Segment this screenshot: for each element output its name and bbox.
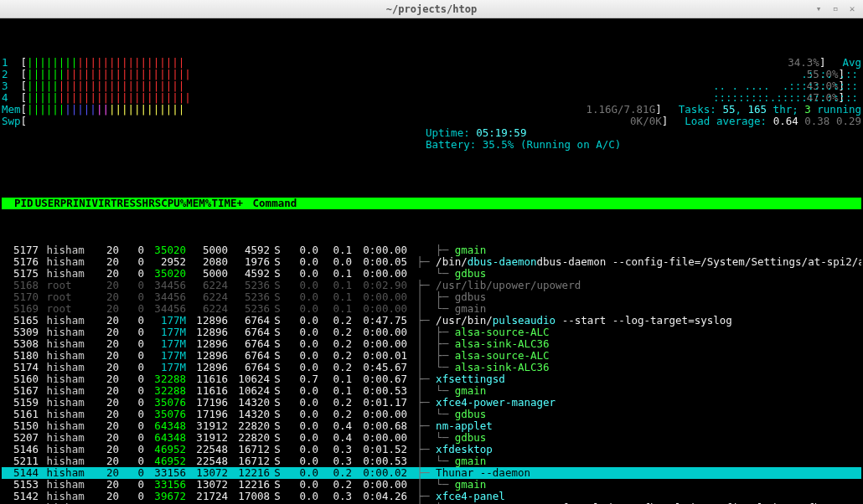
process-row[interactable]: 5142 hisham200396722172417008S0.00.30:04… xyxy=(2,491,861,502)
process-row[interactable]: 5167 hisham200322881161610624S0.00.10:00… xyxy=(2,385,861,397)
swap-meter: Swp[0K/0K]Load average: 0.64 0.38 0.29 xyxy=(2,116,861,127)
process-row[interactable]: 5160 hisham200322881161610624S0.70.10:00… xyxy=(2,373,861,385)
close-icon[interactable]: ✕ xyxy=(846,3,858,14)
process-row[interactable]: 5180 hisham200177M128966764S0.00.20:00.0… xyxy=(2,350,861,362)
process-row[interactable]: 5150 hisham200643483191222820S0.00.40:00… xyxy=(2,420,861,432)
terminal-window: ~/projects/htop ▾ ▫ ✕ 1 [|||||||||||||||… xyxy=(0,0,863,504)
process-row[interactable]: 5165 hisham200177M128966764S0.00.20:47.7… xyxy=(2,315,861,327)
battery-line: Battery: 35.5% (Running on A/C) xyxy=(2,139,861,151)
window-title: ~/projects/htop xyxy=(386,4,477,14)
process-row[interactable]: 5168 root2003445662245236S0.00.10:02.90 … xyxy=(2,280,861,291)
process-row[interactable]: 5176 hisham200295220801976S0.00.00:00.05… xyxy=(2,256,861,268)
process-row[interactable]: 5153 hisham200331561307212216S0.00.20:00… xyxy=(2,479,861,491)
activity-graph: .. . .... .::::::.:::: xyxy=(713,80,858,92)
maximize-icon[interactable]: ▫ xyxy=(829,3,841,14)
avg-label: Avg xyxy=(842,57,861,69)
process-row[interactable]: 5144 hisham200331561307212216S0.00.20:00… xyxy=(2,467,861,479)
cpu-meter-3: 3 [|||||||||||||||||||||||||43.0%].. . .… xyxy=(2,80,861,92)
process-row[interactable]: 5207 hisham200643483191222820S0.00.40:00… xyxy=(2,432,861,444)
process-row[interactable]: 5169 root2003445662245236S0.00.10:00.00 … xyxy=(2,303,861,315)
process-row[interactable]: 5177 hisham2003502050004592S0.00.10:00.0… xyxy=(2,244,861,256)
process-row[interactable]: 5170 root2003445662245236S0.00.10:00.00 … xyxy=(2,291,861,303)
activity-graph: .: :. .:: xyxy=(713,69,858,80)
process-row[interactable]: 5211 hisham200469522254816712S0.00.30:00… xyxy=(2,455,861,467)
process-row[interactable]: 5159 hisham200350761719614320S0.00.20:01… xyxy=(2,397,861,409)
activity-graph: :::::::::.::::::::::::: xyxy=(713,92,858,104)
cpu-meter-1: 1 [|||||||||||||||||||||||||34.3%]Avg xyxy=(2,57,861,69)
cpu-meter-4: 4 [||||||||||||||||||||||||||47.0%]:::::… xyxy=(2,92,861,104)
process-row[interactable]: 5175 hisham2003502050004592S0.00.10:00.0… xyxy=(2,268,861,280)
process-row[interactable]: 5308 hisham200177M128966764S0.00.20:00.0… xyxy=(2,338,861,350)
column-header[interactable]: PIDUSERPRINIVIRTRESSHRSCPU%MEM%TIME+ Com… xyxy=(2,198,861,209)
terminal-body: 1 [|||||||||||||||||||||||||34.3%]Avg 2 … xyxy=(0,18,863,504)
uptime-line: Uptime: 05:19:59 xyxy=(2,127,861,139)
process-row[interactable]: 5161 hisham200350761719614320S0.00.20:00… xyxy=(2,409,861,420)
minimize-icon[interactable]: ▾ xyxy=(813,3,824,14)
titlebar[interactable]: ~/projects/htop ▾ ▫ ✕ xyxy=(0,0,863,18)
cpu-meter-2: 2 [||||||||||||||||||||||||||55.0%] .: :… xyxy=(2,69,861,80)
process-row[interactable]: 5309 hisham200177M128966764S0.00.20:00.0… xyxy=(2,327,861,338)
tasks-line: Tasks: 55, 165 thr; 3 running xyxy=(679,104,861,116)
memory-meter: Mem[|||||||||||||||||||||||||1.16G/7.81G… xyxy=(2,104,861,116)
loadavg-line: Load average: 0.64 0.38 0.29 xyxy=(685,116,861,127)
process-row[interactable]: 5146 hisham200469522254816712S0.00.30:01… xyxy=(2,444,861,455)
process-row[interactable]: 5174 hisham200177M128966764S0.00.20:45.6… xyxy=(2,362,861,373)
